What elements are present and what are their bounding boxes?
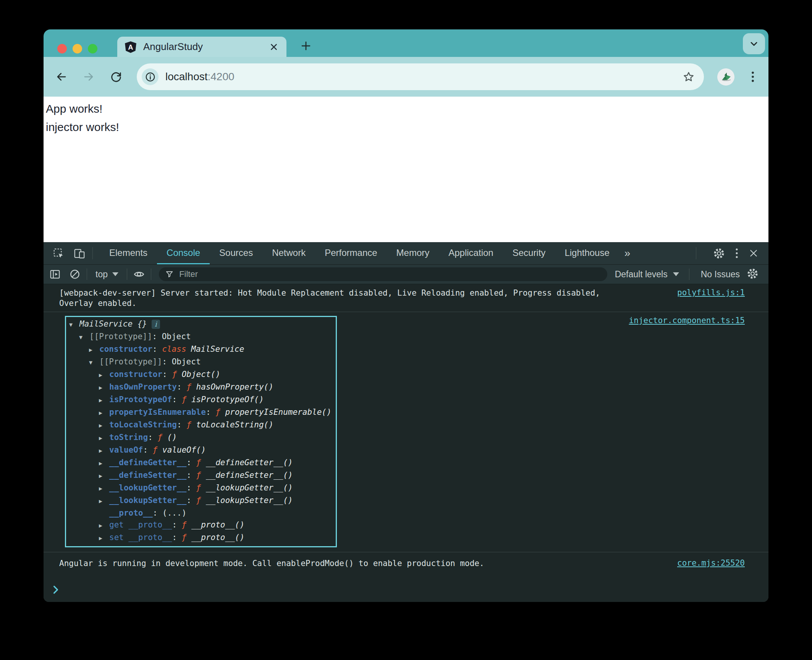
filter-input[interactable] [178,269,601,280]
divider [92,247,93,259]
tree-segment: propertyIsEnumerable() [220,408,332,417]
device-toolbar-icon[interactable] [73,247,86,259]
javascript-context-dropdown[interactable]: top [93,269,121,280]
clear-console-icon[interactable] [69,269,81,280]
tree-segment: ƒ [186,420,191,429]
tree-row[interactable]: ▶get __proto__: ƒ __proto__() [68,519,333,532]
minimize-window-button[interactable] [73,44,82,53]
tab-search-button[interactable] [743,33,765,54]
tree-segment: __proto__ [109,508,153,518]
devtools-tab-performance[interactable]: Performance [315,242,387,264]
devtools-tab-bar: ElementsConsoleSourcesNetworkPerformance… [44,242,768,265]
tree-segment: get __proto__ [109,520,172,529]
tree-row[interactable]: ▶__lookupSetter__: ƒ __lookupSetter__() [68,495,333,507]
back-button[interactable] [56,71,67,82]
console-prompt[interactable] [44,575,768,595]
issues-counter[interactable]: No Issues [696,269,745,280]
new-tab-button[interactable] [300,40,312,52]
tree-row[interactable]: ▼[[Prototype]]: Object [68,331,333,343]
browser-tab[interactable]: A AngularStudy [117,37,286,57]
tree-row[interactable]: ▶propertyIsEnumerable: ƒ propertyIsEnume… [68,406,333,419]
console-settings[interactable] [745,268,768,281]
tree-right-arrow-icon[interactable]: ▶ [99,382,109,394]
tree-right-arrow-icon[interactable]: ▶ [99,445,109,457]
fullscreen-window-button[interactable] [88,44,97,53]
tree-right-arrow-icon[interactable]: ▶ [99,420,109,432]
close-window-button[interactable] [57,44,67,53]
devtools-tab-network[interactable]: Network [262,242,315,264]
devtools-close-icon[interactable] [749,248,759,258]
bookmark-star-icon[interactable] [683,71,695,83]
devtools-tab-sources[interactable]: Sources [210,242,262,264]
tree-segment: : [152,345,162,354]
devtools-menu-kebab-icon[interactable] [735,247,739,259]
source-link-core[interactable]: core.mjs:25520 [677,558,745,568]
tree-down-arrow-icon[interactable]: ▼ [69,319,79,331]
tree-row[interactable]: ▶set __proto__: ƒ __proto__() [68,532,333,544]
chevron-down-icon [749,39,759,49]
tree-row[interactable]: ▼MailService {}i [68,318,333,331]
caret-down-icon [673,272,679,276]
reload-button[interactable] [110,71,122,82]
site-info-button[interactable] [142,68,159,85]
tree-segment: ƒ [215,408,220,417]
console-prompt-chevron-icon [52,585,60,595]
tree-row[interactable]: ▼[[Prototype]]: Object [68,356,333,369]
tree-row[interactable]: ▶hasOwnProperty: ƒ hasOwnProperty() [68,381,333,394]
tree-segment: Object() [177,370,220,379]
source-link-polyfills[interactable]: polyfills.js:1 [677,288,745,297]
tree-row[interactable]: ▶__defineGetter__: ƒ __defineGetter__() [68,457,333,469]
profile-avatar[interactable] [717,68,734,86]
tree-row[interactable]: ▶toLocaleString: ƒ toLocaleString() [68,419,333,432]
tree-right-arrow-icon[interactable]: ▶ [99,495,109,507]
console-filter-box[interactable] [159,267,607,281]
tree-row[interactable]: ▶toString: ƒ () [68,432,333,444]
tree-right-arrow-icon[interactable]: ▶ [99,470,109,482]
tree-segment: ƒ [196,483,201,492]
live-expression-eye-icon[interactable] [133,269,145,280]
inspect-element-icon[interactable] [53,247,64,259]
browser-tab-bar: A AngularStudy [44,29,768,57]
tree-segment: constructor [99,345,152,354]
browser-menu-kebab-icon[interactable] [748,71,758,83]
tree-right-arrow-icon[interactable]: ▶ [99,407,109,419]
tree-right-arrow-icon[interactable]: ▶ [99,458,109,469]
tree-right-arrow-icon[interactable]: ▶ [99,520,109,532]
tab-close-icon[interactable] [269,42,279,52]
devtools-tab-console[interactable]: Console [157,242,210,264]
devtools-tab-memory[interactable]: Memory [387,242,439,264]
tree-right-arrow-icon[interactable]: ▶ [99,483,109,495]
forward-button[interactable] [83,71,94,82]
info-badge[interactable]: i [152,320,160,329]
tree-segment: valueOf [109,445,143,455]
tree-down-arrow-icon[interactable]: ▼ [89,357,99,369]
tree-row[interactable]: ▶__lookupGetter__: ƒ __lookupGetter__() [68,482,333,495]
tree-right-arrow-icon[interactable]: ▶ [99,369,109,381]
tree-right-arrow-icon[interactable]: ▶ [89,344,99,356]
tree-row[interactable]: ▶constructor: class MailService [68,343,333,356]
devtools-tab-elements[interactable]: Elements [100,242,157,264]
tree-row[interactable]: ▶valueOf: ƒ valueOf() [68,444,333,457]
devtools-tab-lighthouse[interactable]: Lighthouse [555,242,619,264]
address-bar[interactable]: localhost:4200 [137,63,704,90]
tree-right-arrow-icon[interactable]: ▶ [99,395,109,406]
more-tabs-button[interactable]: » [619,242,636,264]
devtools-left-icons [44,242,86,264]
devtools-settings-gear-icon[interactable] [713,247,725,259]
source-link-injector[interactable]: injector.component.ts:15 [629,316,745,325]
url-host: localhost [165,71,208,82]
tree-row[interactable]: ▶__defineSetter__: ƒ __defineSetter__() [68,469,333,482]
tree-right-arrow-icon[interactable]: ▶ [99,532,109,544]
tree-down-arrow-icon[interactable]: ▼ [79,332,89,343]
devtools-tab-application[interactable]: Application [439,242,503,264]
console-sidebar-toggle-icon[interactable] [49,269,61,280]
tree-row[interactable]: ▶constructor: ƒ Object() [68,369,333,381]
tree-row[interactable]: __proto__: (...) [68,507,333,519]
tree-row[interactable]: ▶isPrototypeOf: ƒ isPrototypeOf() [68,394,333,406]
tree-segment: ƒ [153,445,158,455]
tree-segment: toLocaleString [109,420,177,429]
divider [87,269,87,280]
tree-right-arrow-icon[interactable]: ▶ [99,432,109,444]
devtools-tab-security[interactable]: Security [503,242,555,264]
log-levels-dropdown[interactable]: Default levels [611,269,683,280]
